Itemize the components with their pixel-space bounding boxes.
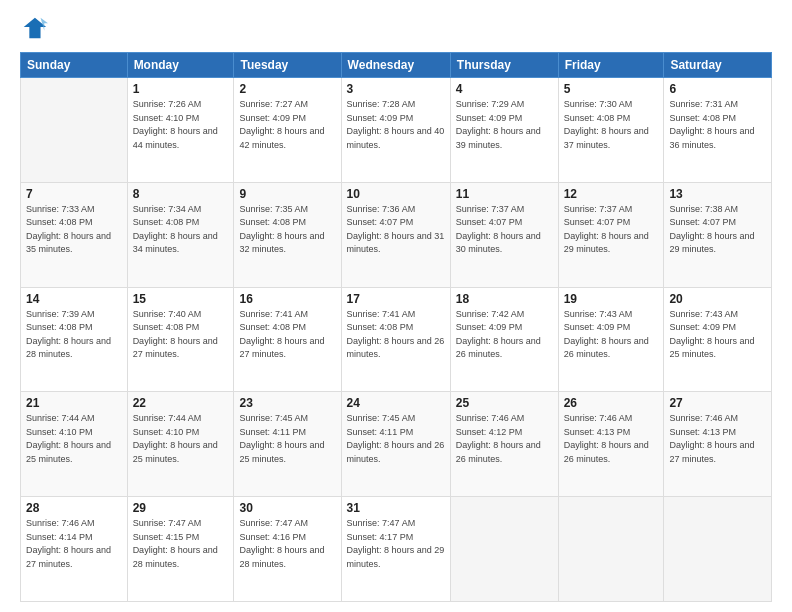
day-number: 21 bbox=[26, 396, 122, 410]
calendar-cell: 9Sunrise: 7:35 AMSunset: 4:08 PMDaylight… bbox=[234, 182, 341, 287]
day-number: 20 bbox=[669, 292, 766, 306]
day-info: Sunrise: 7:38 AMSunset: 4:07 PMDaylight:… bbox=[669, 203, 766, 257]
calendar-cell: 1Sunrise: 7:26 AMSunset: 4:10 PMDaylight… bbox=[127, 78, 234, 183]
calendar-cell: 23Sunrise: 7:45 AMSunset: 4:11 PMDayligh… bbox=[234, 392, 341, 497]
calendar-cell: 10Sunrise: 7:36 AMSunset: 4:07 PMDayligh… bbox=[341, 182, 450, 287]
calendar-cell: 25Sunrise: 7:46 AMSunset: 4:12 PMDayligh… bbox=[450, 392, 558, 497]
day-number: 2 bbox=[239, 82, 335, 96]
calendar-cell bbox=[558, 497, 664, 602]
calendar-cell: 4Sunrise: 7:29 AMSunset: 4:09 PMDaylight… bbox=[450, 78, 558, 183]
day-number: 4 bbox=[456, 82, 553, 96]
calendar-day-header: Friday bbox=[558, 53, 664, 78]
day-number: 18 bbox=[456, 292, 553, 306]
day-info: Sunrise: 7:33 AMSunset: 4:08 PMDaylight:… bbox=[26, 203, 122, 257]
calendar-week-row: 21Sunrise: 7:44 AMSunset: 4:10 PMDayligh… bbox=[21, 392, 772, 497]
calendar-cell: 3Sunrise: 7:28 AMSunset: 4:09 PMDaylight… bbox=[341, 78, 450, 183]
day-info: Sunrise: 7:27 AMSunset: 4:09 PMDaylight:… bbox=[239, 98, 335, 152]
calendar-day-header: Sunday bbox=[21, 53, 128, 78]
day-info: Sunrise: 7:29 AMSunset: 4:09 PMDaylight:… bbox=[456, 98, 553, 152]
calendar-cell: 11Sunrise: 7:37 AMSunset: 4:07 PMDayligh… bbox=[450, 182, 558, 287]
calendar-cell: 26Sunrise: 7:46 AMSunset: 4:13 PMDayligh… bbox=[558, 392, 664, 497]
calendar-cell bbox=[21, 78, 128, 183]
day-info: Sunrise: 7:36 AMSunset: 4:07 PMDaylight:… bbox=[347, 203, 445, 257]
calendar-cell: 28Sunrise: 7:46 AMSunset: 4:14 PMDayligh… bbox=[21, 497, 128, 602]
day-info: Sunrise: 7:46 AMSunset: 4:12 PMDaylight:… bbox=[456, 412, 553, 466]
day-number: 13 bbox=[669, 187, 766, 201]
day-number: 15 bbox=[133, 292, 229, 306]
calendar-cell: 17Sunrise: 7:41 AMSunset: 4:08 PMDayligh… bbox=[341, 287, 450, 392]
calendar-header-row: SundayMondayTuesdayWednesdayThursdayFrid… bbox=[21, 53, 772, 78]
day-info: Sunrise: 7:43 AMSunset: 4:09 PMDaylight:… bbox=[564, 308, 659, 362]
day-number: 17 bbox=[347, 292, 445, 306]
day-number: 1 bbox=[133, 82, 229, 96]
day-number: 27 bbox=[669, 396, 766, 410]
day-number: 31 bbox=[347, 501, 445, 515]
day-number: 22 bbox=[133, 396, 229, 410]
day-info: Sunrise: 7:42 AMSunset: 4:09 PMDaylight:… bbox=[456, 308, 553, 362]
calendar-week-row: 28Sunrise: 7:46 AMSunset: 4:14 PMDayligh… bbox=[21, 497, 772, 602]
day-number: 30 bbox=[239, 501, 335, 515]
day-info: Sunrise: 7:43 AMSunset: 4:09 PMDaylight:… bbox=[669, 308, 766, 362]
day-number: 23 bbox=[239, 396, 335, 410]
day-info: Sunrise: 7:41 AMSunset: 4:08 PMDaylight:… bbox=[347, 308, 445, 362]
calendar-cell: 21Sunrise: 7:44 AMSunset: 4:10 PMDayligh… bbox=[21, 392, 128, 497]
calendar-day-header: Saturday bbox=[664, 53, 772, 78]
day-number: 11 bbox=[456, 187, 553, 201]
day-info: Sunrise: 7:44 AMSunset: 4:10 PMDaylight:… bbox=[133, 412, 229, 466]
calendar-week-row: 1Sunrise: 7:26 AMSunset: 4:10 PMDaylight… bbox=[21, 78, 772, 183]
logo-icon bbox=[20, 14, 48, 42]
day-info: Sunrise: 7:45 AMSunset: 4:11 PMDaylight:… bbox=[239, 412, 335, 466]
day-number: 26 bbox=[564, 396, 659, 410]
day-info: Sunrise: 7:30 AMSunset: 4:08 PMDaylight:… bbox=[564, 98, 659, 152]
day-number: 14 bbox=[26, 292, 122, 306]
day-number: 19 bbox=[564, 292, 659, 306]
calendar-cell: 19Sunrise: 7:43 AMSunset: 4:09 PMDayligh… bbox=[558, 287, 664, 392]
calendar-cell: 8Sunrise: 7:34 AMSunset: 4:08 PMDaylight… bbox=[127, 182, 234, 287]
calendar-week-row: 14Sunrise: 7:39 AMSunset: 4:08 PMDayligh… bbox=[21, 287, 772, 392]
day-number: 10 bbox=[347, 187, 445, 201]
calendar-table: SundayMondayTuesdayWednesdayThursdayFrid… bbox=[20, 52, 772, 602]
day-info: Sunrise: 7:46 AMSunset: 4:13 PMDaylight:… bbox=[564, 412, 659, 466]
logo bbox=[20, 18, 48, 42]
calendar-day-header: Thursday bbox=[450, 53, 558, 78]
day-info: Sunrise: 7:31 AMSunset: 4:08 PMDaylight:… bbox=[669, 98, 766, 152]
calendar-cell: 27Sunrise: 7:46 AMSunset: 4:13 PMDayligh… bbox=[664, 392, 772, 497]
day-info: Sunrise: 7:34 AMSunset: 4:08 PMDaylight:… bbox=[133, 203, 229, 257]
day-info: Sunrise: 7:28 AMSunset: 4:09 PMDaylight:… bbox=[347, 98, 445, 152]
day-info: Sunrise: 7:44 AMSunset: 4:10 PMDaylight:… bbox=[26, 412, 122, 466]
day-number: 9 bbox=[239, 187, 335, 201]
calendar-cell: 6Sunrise: 7:31 AMSunset: 4:08 PMDaylight… bbox=[664, 78, 772, 183]
header bbox=[20, 18, 772, 42]
calendar-cell: 5Sunrise: 7:30 AMSunset: 4:08 PMDaylight… bbox=[558, 78, 664, 183]
day-info: Sunrise: 7:45 AMSunset: 4:11 PMDaylight:… bbox=[347, 412, 445, 466]
page: SundayMondayTuesdayWednesdayThursdayFrid… bbox=[0, 0, 792, 612]
calendar-cell: 29Sunrise: 7:47 AMSunset: 4:15 PMDayligh… bbox=[127, 497, 234, 602]
day-number: 8 bbox=[133, 187, 229, 201]
day-info: Sunrise: 7:37 AMSunset: 4:07 PMDaylight:… bbox=[564, 203, 659, 257]
calendar-cell bbox=[664, 497, 772, 602]
day-info: Sunrise: 7:37 AMSunset: 4:07 PMDaylight:… bbox=[456, 203, 553, 257]
day-number: 16 bbox=[239, 292, 335, 306]
day-number: 6 bbox=[669, 82, 766, 96]
day-info: Sunrise: 7:26 AMSunset: 4:10 PMDaylight:… bbox=[133, 98, 229, 152]
day-number: 5 bbox=[564, 82, 659, 96]
calendar-cell: 31Sunrise: 7:47 AMSunset: 4:17 PMDayligh… bbox=[341, 497, 450, 602]
calendar-cell: 16Sunrise: 7:41 AMSunset: 4:08 PMDayligh… bbox=[234, 287, 341, 392]
calendar-cell: 30Sunrise: 7:47 AMSunset: 4:16 PMDayligh… bbox=[234, 497, 341, 602]
day-info: Sunrise: 7:41 AMSunset: 4:08 PMDaylight:… bbox=[239, 308, 335, 362]
calendar-cell: 18Sunrise: 7:42 AMSunset: 4:09 PMDayligh… bbox=[450, 287, 558, 392]
calendar-cell: 24Sunrise: 7:45 AMSunset: 4:11 PMDayligh… bbox=[341, 392, 450, 497]
day-info: Sunrise: 7:47 AMSunset: 4:17 PMDaylight:… bbox=[347, 517, 445, 571]
day-number: 25 bbox=[456, 396, 553, 410]
calendar-cell: 22Sunrise: 7:44 AMSunset: 4:10 PMDayligh… bbox=[127, 392, 234, 497]
calendar-cell bbox=[450, 497, 558, 602]
day-number: 7 bbox=[26, 187, 122, 201]
calendar-week-row: 7Sunrise: 7:33 AMSunset: 4:08 PMDaylight… bbox=[21, 182, 772, 287]
day-number: 29 bbox=[133, 501, 229, 515]
day-number: 24 bbox=[347, 396, 445, 410]
day-number: 28 bbox=[26, 501, 122, 515]
calendar-day-header: Wednesday bbox=[341, 53, 450, 78]
day-info: Sunrise: 7:46 AMSunset: 4:14 PMDaylight:… bbox=[26, 517, 122, 571]
day-number: 3 bbox=[347, 82, 445, 96]
calendar-day-header: Tuesday bbox=[234, 53, 341, 78]
